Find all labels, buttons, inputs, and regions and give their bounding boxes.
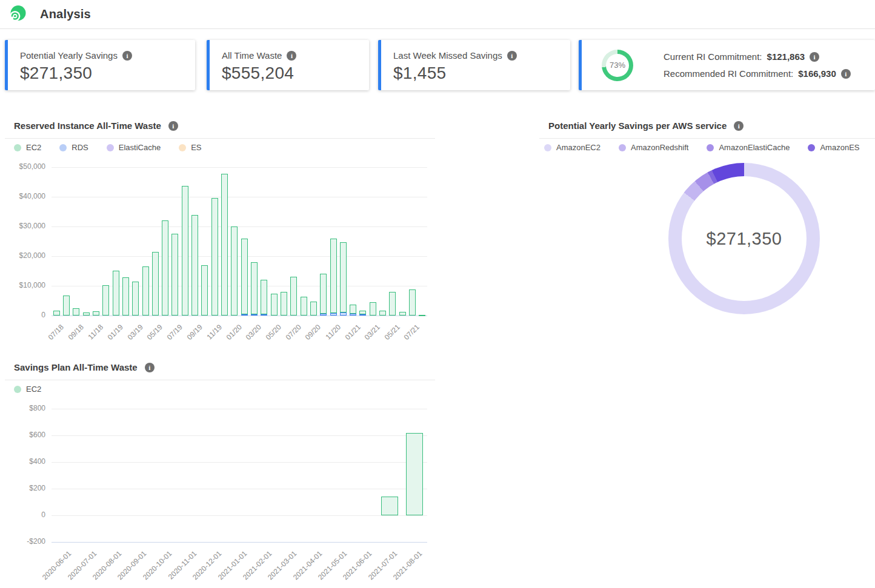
bar-EC2[interactable] [201,265,208,315]
gauge-percent: 73% [610,61,625,70]
legend-item-AmazonElastiCache[interactable]: AmazonElastiCache [707,143,790,152]
bar-EC2[interactable] [182,186,188,315]
bar-RDS[interactable] [330,313,337,315]
gridline [52,542,427,543]
gridline [52,315,427,316]
bar-RDS[interactable] [350,314,356,315]
bar-EC2[interactable] [211,198,218,315]
info-icon[interactable] [287,51,296,61]
kpi-label: All Time Waste [222,50,282,61]
gridline [52,256,427,257]
bar-EC2[interactable] [409,289,416,315]
bar-EC2[interactable] [132,282,139,315]
bar-EC2[interactable] [162,220,168,315]
legend-item-AmazonES[interactable]: AmazonES [808,143,859,152]
info-icon[interactable] [145,363,155,372]
bar-EC2[interactable] [231,226,238,315]
bar-EC2[interactable] [53,311,60,315]
bar-EC2[interactable] [152,252,159,315]
y-axis-tick-label: $400 [9,457,45,466]
y-axis-tick-label: $800 [9,404,45,412]
bar-EC2[interactable] [271,294,278,315]
x-axis-tick-label: 05/21 [383,323,402,342]
bar-EC2[interactable] [102,285,109,315]
savings-donut-chart[interactable]: $271,350 [668,163,820,314]
y-axis-tick-label: $50,000 [9,162,45,171]
legend-label: RDS [72,143,88,152]
ri-waste-chart-section: Reserved Instance All-Time Waste EC2RDSE… [5,115,435,357]
legend-item-RDS[interactable]: RDS [59,143,88,152]
bar-EC2[interactable] [350,305,356,314]
x-axis-tick-label: 11/19 [205,323,224,342]
bar-EC2[interactable] [381,497,398,515]
x-axis-tick-label: 03/19 [125,323,144,342]
info-icon[interactable] [122,51,132,61]
legend-dot-icon [707,144,714,151]
legend-dot-icon [619,144,626,151]
bar-RDS[interactable] [241,314,248,316]
bar-RDS[interactable] [251,314,258,316]
bar-EC2[interactable] [142,266,149,315]
bar-EC2[interactable] [290,277,297,315]
bar-EC2[interactable] [340,242,347,312]
spot-logo[interactable] [7,5,27,24]
legend-item-EC2[interactable]: EC2 [14,143,41,152]
app-header: Analysis [0,0,875,29]
y-axis-tick-label: $20,000 [9,251,45,260]
bar-RDS[interactable] [261,314,267,316]
bar-EC2[interactable] [191,215,198,315]
legend-item-ES[interactable]: ES [179,143,201,152]
bar-EC2[interactable] [330,239,337,313]
legend-item-AmazonRedshift[interactable]: AmazonRedshift [619,143,688,152]
x-axis-tick-label: 07/21 [402,323,421,342]
bar-EC2[interactable] [113,271,119,316]
bar-RDS[interactable] [340,312,347,315]
bar-RDS[interactable] [359,314,366,315]
bar-EC2[interactable] [73,308,79,315]
bar-EC2[interactable] [261,280,267,314]
info-icon[interactable] [507,51,517,61]
bar-EC2[interactable] [63,296,70,315]
legend-item-ElastiCache[interactable]: ElastiCache [107,143,161,152]
y-axis-tick-label: $600 [9,431,45,439]
bar-EC2[interactable] [281,292,287,315]
bar-RDS[interactable] [320,314,327,315]
bar-EC2[interactable] [320,274,327,313]
info-icon[interactable] [734,121,744,131]
info-icon[interactable] [841,69,851,79]
bar-EC2[interactable] [399,312,406,315]
legend-dot-icon [179,144,186,151]
bar-EC2[interactable] [310,302,317,316]
kpi-label: Last Week Missed Savings [393,50,502,61]
legend-item-AmazonEC2[interactable]: AmazonEC2 [544,143,601,152]
bar-EC2[interactable] [419,315,425,316]
ri-row-value: $121,863 [767,51,805,62]
bar-EC2[interactable] [370,302,376,316]
gridline [52,167,427,168]
y-axis-tick-label: 0 [9,311,45,319]
bar-EC2[interactable] [171,234,178,315]
bar-EC2[interactable] [389,292,396,315]
bar-EC2[interactable] [379,311,386,315]
bar-EC2[interactable] [93,311,99,315]
x-axis-tick-label: 01/19 [106,323,125,342]
current-ri-commitment-row: Current RI Commitment: $121,863 [664,51,851,62]
bar-EC2[interactable] [406,433,423,515]
chart-title: Reserved Instance All-Time Waste [14,121,161,131]
info-icon[interactable] [810,52,819,62]
kpi-card-ri-commitment: 73% Current RI Commitment: $121,863 Reco… [579,40,875,90]
info-icon[interactable] [168,121,178,131]
legend-dot-icon [544,144,551,151]
ri-row-label: Recommended RI Commitment: [664,68,793,79]
bar-EC2[interactable] [359,311,366,314]
legend-item-EC2[interactable]: EC2 [14,385,41,394]
ri-row-label: Current RI Commitment: [664,51,762,62]
bar-EC2[interactable] [241,239,248,314]
donut-center-value: $271,350 [707,229,782,249]
bar-EC2[interactable] [122,277,129,315]
bar-EC2[interactable] [301,297,307,315]
bar-EC2[interactable] [221,174,228,315]
bar-EC2[interactable] [251,262,258,314]
bar-EC2[interactable] [83,312,90,315]
y-axis-tick-label: $10,000 [9,281,45,289]
